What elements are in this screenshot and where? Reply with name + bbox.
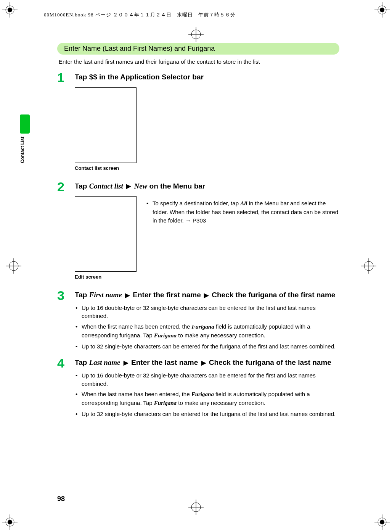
step-number: 3	[57, 288, 73, 303]
arrow-icon: ▶	[124, 358, 128, 368]
menu-path-part: New	[134, 182, 147, 190]
arrow-right-icon: →	[185, 217, 191, 224]
bullet: Up to 32 single-byte characters can be e…	[75, 342, 339, 351]
field-label: Last name	[89, 358, 120, 366]
side-tab-color	[20, 114, 30, 134]
section-intro: Enter the last and first names and their…	[59, 58, 338, 65]
bullet: Up to 32 single-byte characters can be e…	[75, 410, 339, 418]
step-number: 1	[57, 70, 73, 85]
registration-mark-icon	[359, 256, 378, 276]
contact-list-screenshot-placeholder	[75, 87, 137, 163]
arrow-icon: ▶	[201, 358, 206, 368]
text: Enter the last name	[129, 358, 200, 366]
text: on the Menu bar	[147, 182, 205, 190]
text: Tap	[75, 291, 89, 299]
arrow-icon: ▶	[204, 291, 209, 300]
text: Enter the first name	[131, 291, 203, 299]
section-title: Enter Name (Last and First Names) and Fu…	[57, 43, 339, 55]
step-4-title: Tap Last name ▶ Enter the last name ▶ Ch…	[75, 357, 339, 368]
side-tab-label: Contact List	[20, 137, 25, 163]
bullet: Up to 16 double-byte or 32 single-byte c…	[75, 304, 339, 321]
text: Tap	[75, 358, 89, 366]
page-number: 98	[57, 495, 65, 503]
figure-caption: Edit screen	[75, 274, 137, 280]
registration-mark-icon	[186, 498, 206, 517]
field-label: Furigana	[192, 324, 214, 330]
text: When the first name has been entered, th…	[82, 323, 192, 330]
step-number: 4	[57, 356, 73, 371]
text: to make any necessary correction.	[177, 400, 265, 406]
figure-caption: Contact list screen	[75, 165, 137, 171]
text: To specify a destination folder, tap	[153, 200, 240, 206]
edit-screen-screenshot-placeholder	[75, 196, 137, 272]
menu-path-part: Contact list	[89, 182, 123, 190]
step-1-title: Tap $$ in the Application Selector bar	[75, 72, 339, 83]
ui-label: All	[240, 200, 247, 206]
text: When the last name has been entered, the	[82, 391, 191, 397]
crop-mark-icon	[367, 507, 390, 530]
text	[123, 182, 125, 190]
text: Check the furigana of the first name	[210, 291, 335, 299]
page: 00M1000EN.book 98 ページ ２００４年１１月２４日 水曜日 午前…	[0, 0, 392, 532]
step-number: 2	[57, 179, 73, 194]
bullet: Up to 16 double-byte or 32 single-byte c…	[75, 371, 339, 388]
bullet: When the last name has been entered, the…	[75, 390, 339, 408]
field-label: First name	[89, 291, 122, 299]
step-2-note: To specify a destination folder, tap All…	[146, 199, 339, 224]
step-2-title: Tap Contact list ▶ New on the Menu bar	[75, 181, 339, 192]
text: Check the furigana of the last name	[207, 358, 331, 366]
text: Tap	[75, 182, 89, 190]
field-label: Furigana	[191, 391, 214, 397]
arrow-icon: ▶	[126, 182, 131, 191]
side-tab: Contact List	[20, 114, 30, 164]
text: to make any necessary correction.	[177, 332, 265, 339]
step-2: 2 Tap Contact list ▶ New on the Menu bar…	[57, 181, 339, 285]
build-header-note: 00M1000EN.book 98 ページ ２００４年１１月２４日 水曜日 午前…	[44, 11, 361, 18]
registration-mark-icon	[4, 256, 23, 276]
xref: P303	[193, 217, 206, 224]
crop-mark-icon	[367, 2, 390, 25]
crop-mark-icon	[2, 2, 25, 25]
bullet: When the first name has been entered, th…	[75, 322, 339, 340]
field-label: Furigana	[154, 400, 177, 406]
arrow-icon: ▶	[125, 291, 130, 300]
step-3: 3 Tap First name ▶ Enter the first name …	[57, 290, 339, 353]
crop-mark-icon	[2, 507, 25, 530]
step-1: 1 Tap $$ in the Application Selector bar…	[57, 72, 339, 176]
field-label: Furigana	[154, 332, 177, 339]
step-3-title: Tap First name ▶ Enter the first name ▶ …	[75, 290, 339, 301]
registration-mark-icon	[186, 25, 206, 44]
content: Enter Name (Last and First Names) and Fu…	[57, 43, 339, 425]
step-4: 4 Tap Last name ▶ Enter the last name ▶ …	[57, 357, 339, 420]
